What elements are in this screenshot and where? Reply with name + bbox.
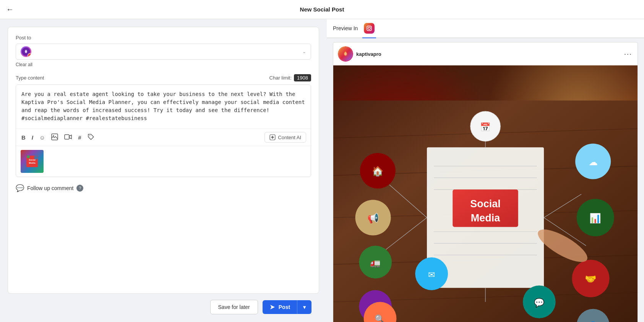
post-label: Post	[279, 304, 290, 310]
chevron-down-icon: ⌄	[302, 49, 306, 54]
hashtag-button[interactable]: #	[77, 133, 82, 141]
header: ← New Social Post	[0, 0, 644, 19]
tag-icon	[88, 133, 94, 140]
content-ai-label: Content AI	[278, 135, 301, 140]
page-title: New Social Post	[300, 6, 344, 13]
svg-text:Media: Media	[471, 212, 500, 224]
ig-card-header: kaptivapro ···	[333, 42, 638, 65]
type-content-label: Type content	[16, 75, 44, 81]
background-svg: Social Media 🏠	[333, 65, 638, 322]
char-limit-badge: 1908	[294, 74, 311, 81]
follow-up-comment-icon: 💬	[16, 184, 24, 192]
video-button[interactable]	[63, 133, 73, 141]
ig-more-button[interactable]: ···	[624, 50, 632, 58]
back-button[interactable]: ←	[6, 5, 14, 14]
toolbar-left: B I ☺	[21, 133, 95, 142]
bold-button[interactable]: B	[21, 133, 26, 141]
image-icon	[51, 133, 58, 140]
form-card: Post to ⌄ Clear all Typ	[8, 27, 319, 294]
preview-in-label: Preview In	[333, 25, 358, 31]
clear-all-link[interactable]: Clear all	[16, 62, 311, 67]
save-later-button[interactable]: Save for later	[210, 300, 258, 314]
right-panel: Preview In	[327, 19, 644, 322]
social-media-graphic: Social Media 🏠	[333, 65, 638, 322]
media-thumbnail: Social Media	[21, 150, 44, 173]
svg-text:📅: 📅	[480, 122, 491, 132]
svg-text:Social: Social	[29, 159, 36, 161]
svg-point-10	[34, 156, 38, 159]
svg-point-13	[370, 27, 371, 28]
main-layout: Post to ⌄ Clear all Typ	[0, 19, 644, 322]
send-icon	[269, 304, 276, 310]
post-to-label: Post to	[16, 35, 311, 41]
thumb-social-media-icon: Social Media	[24, 154, 40, 169]
post-button-group: Post ▼	[263, 300, 311, 314]
editor-toolbar: B I ☺	[16, 128, 311, 146]
ig-preview-wrapper: kaptivapro ···	[327, 38, 644, 322]
text-editor-area: Are you a real estate agent looking to t…	[16, 85, 311, 177]
content-row: Type content Char limit: 1908	[16, 74, 311, 81]
ig-user-avatar	[339, 47, 352, 61]
svg-point-3	[89, 135, 90, 136]
media-preview-area: Social Media	[16, 146, 311, 177]
post-main-button[interactable]: Post	[263, 300, 297, 314]
post-to-select-left	[21, 46, 31, 57]
svg-text:☁: ☁	[589, 157, 598, 167]
instagram-preview-tab[interactable]	[362, 19, 376, 38]
video-icon	[64, 134, 72, 140]
char-limit-area: Char limit: 1908	[269, 74, 311, 81]
post-dropdown-button[interactable]: ▼	[297, 301, 311, 314]
svg-text:🤝: 🤝	[585, 273, 597, 285]
svg-text:🔍: 🔍	[375, 314, 385, 322]
instagram-icon	[364, 23, 375, 34]
ig-post-image: Social Media 🏠	[333, 65, 638, 322]
action-row: Save for later Post ▼	[8, 300, 319, 314]
tag-button[interactable]	[87, 133, 95, 142]
svg-text:Social: Social	[470, 198, 500, 210]
svg-text:🚛: 🚛	[370, 258, 381, 268]
follow-up-row: 💬 Follow up comment ?	[16, 184, 311, 192]
image-button[interactable]	[50, 133, 59, 142]
preview-header: Preview In	[327, 19, 644, 38]
svg-text:🏠: 🏠	[372, 166, 384, 177]
ig-card-user: kaptivapro	[339, 47, 381, 61]
emoji-button[interactable]: ☺	[39, 133, 46, 141]
media-thumb-image: Social Media	[21, 150, 44, 173]
svg-rect-2	[65, 135, 69, 139]
account-avatar	[21, 46, 31, 57]
svg-text:📊: 📊	[589, 213, 601, 224]
svg-text:Media: Media	[29, 162, 36, 164]
italic-button[interactable]: I	[31, 133, 34, 141]
post-to-select[interactable]: ⌄	[16, 44, 311, 60]
follow-up-label[interactable]: Follow up comment	[27, 185, 73, 191]
ig-username: kaptivapro	[356, 51, 381, 57]
instagram-card: kaptivapro ···	[333, 42, 638, 322]
content-textarea[interactable]: Are you a real estate agent looking to t…	[16, 85, 311, 127]
svg-point-9	[27, 155, 30, 158]
help-icon[interactable]: ?	[76, 185, 83, 192]
svg-rect-11	[367, 26, 371, 31]
svg-text:📢: 📢	[367, 213, 379, 224]
char-limit-label: Char limit:	[269, 75, 292, 81]
svg-text:✉: ✉	[428, 270, 435, 280]
svg-text:💬: 💬	[534, 298, 545, 308]
svg-point-12	[368, 27, 370, 29]
ai-icon	[269, 134, 276, 140]
left-panel: Post to ⌄ Clear all Typ	[0, 19, 327, 322]
content-ai-button[interactable]: Content AI	[264, 132, 306, 143]
instagram-badge	[28, 53, 31, 57]
